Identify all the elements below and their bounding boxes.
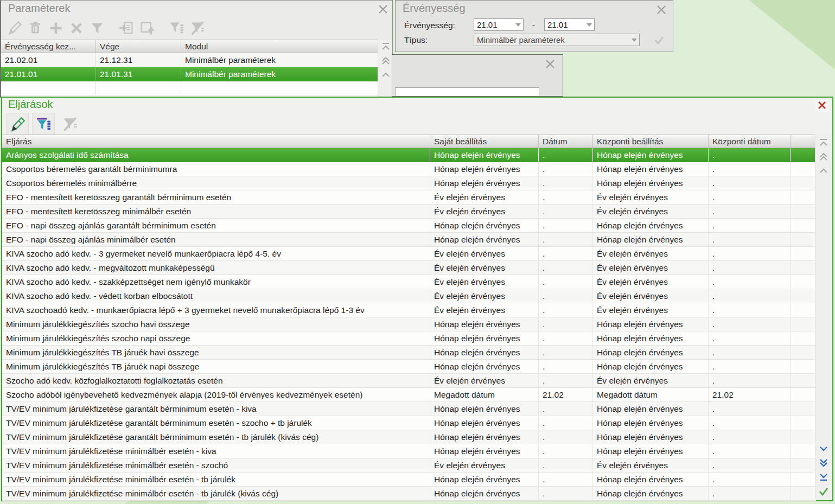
table-row[interactable]: Arányos szolgálati idő számítása Hónap e… <box>2 148 816 162</box>
row-kozponti-beallitas: Év elején érvényes <box>593 275 709 289</box>
table-row[interactable]: Csoportos béremelés garantált bérminimum… <box>2 162 816 176</box>
page-down-icon[interactable] <box>815 456 832 470</box>
table-row[interactable]: Minimum járulékkiegészítés TB járuék hav… <box>2 346 816 360</box>
row-eljaras: EFO - mentesített keretösszeg minimálbér… <box>2 205 430 218</box>
export-icon[interactable] <box>137 18 157 38</box>
table-row[interactable]: TV/EV minimum járulékfizetése garantált … <box>2 402 816 416</box>
column-header[interactable]: Saját beállítás <box>430 135 539 148</box>
range-separator: - <box>532 21 535 30</box>
table-row[interactable]: TV/EV minimum járulékfizetése minimálbér… <box>2 487 816 501</box>
scroll-down-icon[interactable] <box>815 442 832 456</box>
table-row[interactable]: 21.02.01 21.12.31 Minimálbér paraméterek <box>1 53 378 67</box>
table-row-empty <box>1 81 378 95</box>
confirm-icon[interactable] <box>815 484 832 498</box>
table-row[interactable]: TV/EV minimum járulékfizetése minimálbér… <box>2 473 816 487</box>
row-sajat-beallitas: Hónap elején érvényes <box>430 162 539 176</box>
table-row[interactable]: KIVA szocho adó kedv. - 3 gyermeket neve… <box>2 247 816 261</box>
close-icon[interactable] <box>377 3 389 15</box>
page-up-icon[interactable] <box>378 54 393 68</box>
row-datum: . <box>539 374 593 387</box>
table-row[interactable]: EFO - mentesített keretösszeg minimálbér… <box>2 205 816 219</box>
tipus-dropdown[interactable]: Minimálbér paraméterek <box>474 34 640 46</box>
scroll-up-icon[interactable] <box>378 68 393 82</box>
table-row[interactable]: TV/EV minimum járulékfizetése minimálbér… <box>2 458 816 473</box>
row-filler <box>791 190 816 204</box>
row-datum: . <box>539 247 593 260</box>
row-kozponti-datum: . <box>709 190 791 204</box>
row-eljaras: KIVA szocho adó kedv. - védett korban el… <box>2 289 430 303</box>
row-eljaras: EFO - mentesített keretösszeg garantált … <box>2 190 430 204</box>
row-kozponti-beallitas: Év elején érvényes <box>593 205 709 218</box>
row-datum: . <box>539 444 593 458</box>
table-row[interactable]: Minimum járulékkiegészítés szocho havi ö… <box>2 317 816 331</box>
row-eljaras: Arányos szolgálati idő számítása <box>2 148 430 162</box>
cancel-icon[interactable] <box>66 18 87 38</box>
table-row[interactable]: TV/EV minimum járulékfizetése minimálbér… <box>2 444 816 458</box>
column-header[interactable]: Központi dátum <box>709 135 791 148</box>
table-row[interactable]: 21.01.01 21.01.31 Minimálbér paraméterek <box>1 67 378 81</box>
close-icon[interactable] <box>544 58 556 70</box>
scroll-bottom-icon[interactable] <box>815 470 832 484</box>
row-filler <box>791 346 816 359</box>
page-up-icon[interactable] <box>815 150 832 164</box>
row-datum: . <box>539 346 593 359</box>
column-header[interactable]: Dátum <box>539 135 593 148</box>
table-row[interactable]: EFO - napi összeg ajánlás garantált bérm… <box>2 219 816 233</box>
row-kozponti-datum: . <box>709 444 791 458</box>
column-header[interactable]: Vége <box>96 40 181 53</box>
clear-filter-icon[interactable] <box>187 18 207 38</box>
table-row[interactable]: EFO - napi összeg ajánlás minimálbér ese… <box>2 233 816 247</box>
table-row[interactable]: Minimum járulékkiegészítés szocho napi ö… <box>2 331 816 346</box>
filter-settings-icon[interactable] <box>33 114 54 134</box>
edit-icon[interactable] <box>7 114 28 134</box>
column-header[interactable]: Központi beállítás <box>593 135 709 148</box>
scroll-top-icon[interactable] <box>815 136 832 150</box>
table-row[interactable]: EFO - mentesített keretösszeg garantált … <box>2 190 816 205</box>
row-kozponti-beallitas: Hónap elején érvényes <box>593 416 709 430</box>
close-icon[interactable] <box>655 4 667 16</box>
edit-icon[interactable] <box>4 18 25 38</box>
row-kozponti-datum: . <box>709 247 791 260</box>
text-field[interactable] <box>395 87 539 97</box>
row-datum: . <box>539 473 593 486</box>
scroll-top-icon[interactable] <box>378 40 393 54</box>
table-row[interactable]: TV/EV minimum járulékfizetése garantált … <box>2 416 816 430</box>
row-datum: . <box>539 275 593 289</box>
row-datum: . <box>539 289 593 303</box>
row-sajat-beallitas: Hónap elején érvényes <box>430 219 539 232</box>
filter-icon[interactable] <box>87 18 107 38</box>
table-row[interactable]: TV/EV minimum járulékfizetése garantált … <box>2 430 816 444</box>
row-eljaras: TV/EV minimum járulékfizetése minimálbér… <box>2 458 430 472</box>
chevron-down-icon <box>515 23 521 27</box>
row-filler <box>791 261 816 275</box>
row-filler <box>791 289 816 303</box>
clear-filter-icon[interactable] <box>59 114 80 134</box>
table-row[interactable]: KIVA szochoadó kedv. - munkaerőpiacra lé… <box>2 303 816 317</box>
table-row[interactable]: KIVA szocho adó kedv. - megváltozott mun… <box>2 261 816 275</box>
close-icon[interactable] <box>815 99 828 112</box>
column-header[interactable]: Eljárás <box>2 135 430 148</box>
row-end-date: 21.12.31 <box>96 53 181 67</box>
eljarasok-table: Eljárás Saját beállítás Dátum Központi b… <box>2 135 816 500</box>
row-sajat-beallitas: Hónap elején érvényes <box>430 360 539 373</box>
scroll-up-icon[interactable] <box>815 164 832 178</box>
delete-icon[interactable] <box>25 18 46 38</box>
add-icon[interactable] <box>46 18 66 38</box>
filter-settings-icon[interactable] <box>166 18 187 38</box>
validity-from-dropdown[interactable]: 21.01 <box>474 18 524 31</box>
validity-to-dropdown[interactable]: 21.01 <box>544 18 595 31</box>
row-sajat-beallitas: Év elején érvényes <box>430 261 539 275</box>
table-row[interactable]: KIVA szocho adó kedv. - szakképzettséget… <box>2 275 816 289</box>
table-row[interactable]: Csoportos béremelés minimálbérre Hónap e… <box>2 176 816 190</box>
table-row[interactable]: KIVA szocho adó kedv. - védett korban el… <box>2 289 816 303</box>
row-kozponti-datum: 21.02 <box>709 388 791 401</box>
row-kozponti-beallitas: Év elején érvényes <box>593 247 709 260</box>
table-row[interactable]: Szocho adóból igénybevehető kedvezmények… <box>2 388 816 402</box>
row-filler <box>791 233 816 246</box>
row-kozponti-beallitas: Év elején érvényes <box>593 190 709 204</box>
table-row[interactable]: Szocho adó kedv. közfoglalkoztatotti fog… <box>2 374 816 388</box>
import-icon[interactable] <box>116 18 137 38</box>
column-header[interactable]: Érvényesség kez... <box>1 40 96 53</box>
table-row[interactable]: Minimum járulékkiegészítés TB járuék nap… <box>2 360 816 374</box>
column-header[interactable]: Modul <box>181 40 378 53</box>
